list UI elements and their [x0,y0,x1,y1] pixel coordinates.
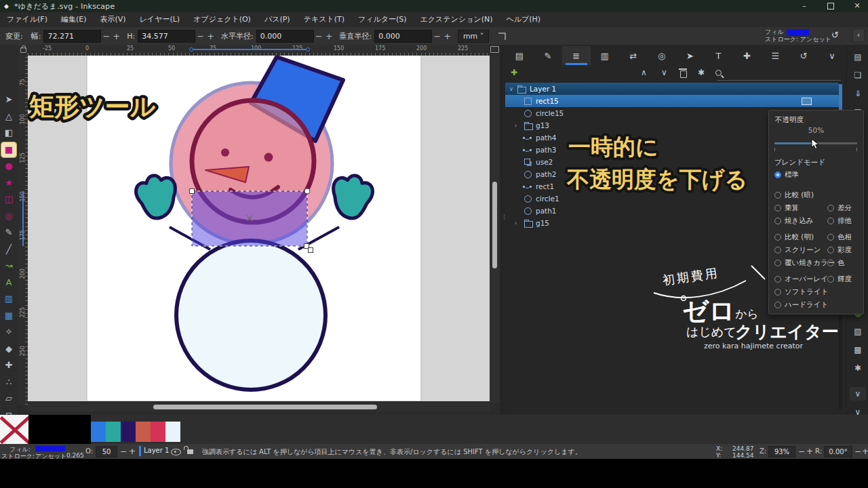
blend-hard-light[interactable]: ハードライト [774,300,828,310]
blend-color[interactable]: 色 [827,258,845,268]
tab-paint-servers[interactable]: ➤ [676,46,705,65]
ellipse-tool[interactable]: ● [1,159,16,174]
commands-more-button[interactable]: ∨ [850,387,866,401]
blend-multiply[interactable]: 乗算 [774,203,799,213]
palette-swatch-teal[interactable] [106,422,121,442]
horizontal-ruler[interactable]: -25 0 25 50 75 100 125 150 175 200 225 [28,45,490,56]
menu-file[interactable]: ファイル(F) [0,12,54,27]
no-color-swatch[interactable] [0,415,28,444]
blend-difference[interactable]: 差分 [827,203,852,213]
tab-export[interactable]: ✎ [534,46,562,65]
node-tool[interactable]: △ [1,109,16,124]
selector-tool[interactable]: ➤ [1,92,16,107]
zoom-minus-button[interactable]: − [798,447,805,456]
height-plus-button[interactable]: + [207,31,214,41]
spiral-tool[interactable]: ◎ [1,209,16,224]
add-layer-button[interactable]: ✚ [511,68,517,77]
blend-exclusion[interactable]: 排他 [827,216,852,226]
blend-darken[interactable]: 比較 (暗) [774,190,814,200]
reset-icon[interactable]: ↺ [831,30,839,40]
canvas-viewport[interactable]: 矩形ツール [28,56,490,401]
menu-text[interactable]: テキスト(T) [297,12,351,27]
text-tool[interactable]: A [1,275,16,290]
snowman-body[interactable] [176,241,326,390]
resize-handle-topleft[interactable] [190,189,195,194]
paint-bucket-tool[interactable]: ◆ [1,342,16,357]
ruler-corner[interactable] [18,45,28,56]
pencil-tool[interactable]: ✎ [1,225,16,240]
tab-layers-objects[interactable]: ≣ [562,46,591,65]
menu-view[interactable]: 表示(V) [94,12,133,27]
pen-tool[interactable]: ↝ [1,258,16,273]
tab-find[interactable]: ◎ [648,46,676,65]
close-button[interactable]: ✕ [844,0,868,12]
ry-minus-button[interactable]: − [433,31,441,41]
rx-plus-button[interactable]: + [326,31,333,41]
toolbar-fill-swatch[interactable] [787,29,809,36]
height-minus-button[interactable]: − [197,31,204,41]
rx-input[interactable]: 0.000 [256,30,314,43]
blend-soft-light[interactable]: ソフトライト [774,287,828,297]
corner-radius-handle[interactable] [304,188,310,194]
palette-swatch-navy[interactable] [121,422,136,442]
search-icon[interactable] [715,70,722,76]
cmd-new-icon[interactable]: ▤ [847,50,868,64]
lower-layer-button[interactable]: ∨ [661,68,667,77]
blend-luminosity[interactable]: 輝度 [827,274,852,284]
menu-help[interactable]: ヘルプ(H) [499,12,547,27]
horizontal-scrollbar-thumb[interactable] [153,405,377,409]
expander-icon[interactable]: › [515,120,517,132]
layer-row-rect15[interactable]: rect15 [505,95,839,107]
tab-document[interactable]: ▤ [505,46,534,65]
current-layer-label[interactable]: Layer 1 [144,447,169,454]
unit-dropdown[interactable]: mm ˅ [458,30,489,43]
width-plus-button[interactable]: + [113,31,120,41]
menu-edit[interactable]: 編集(E) [54,12,94,27]
eraser-tool[interactable]: ▱ [1,391,16,406]
gradient-tool[interactable]: ▥ [1,291,16,306]
blend-screen[interactable]: スクリーン [774,245,821,255]
zoom-input[interactable]: 93% [768,446,795,458]
blend-color-burn[interactable]: 焼き込み [774,216,814,226]
height-input[interactable]: 34.577 [138,30,195,43]
menu-filters[interactable]: フィルター(S) [351,12,414,27]
tab-history[interactable]: ↺ [789,46,818,65]
rotation-plus-button[interactable]: + [862,447,868,456]
shape-builder-tool[interactable]: ◧ [1,125,16,140]
rotation-input[interactable]: 0.00° [824,446,852,458]
width-minus-button[interactable]: − [102,31,110,41]
palette-swatch-blue[interactable] [91,422,106,442]
layer-row-layer1[interactable]: ∨ Layer 1 [505,83,839,95]
menu-object[interactable]: オブジェクト(O) [186,12,258,27]
blend-hue[interactable]: 色相 [827,232,852,242]
layer-visibility-icon[interactable] [171,449,181,455]
maximize-button[interactable] [818,0,844,12]
dropper-tool[interactable]: ✧ [1,325,16,340]
blend-saturation[interactable]: 彩度 [827,245,852,255]
layer-search-input[interactable] [717,80,841,81]
tab-align[interactable]: ☰ [761,46,789,65]
palette-swatch-salmon[interactable] [136,422,151,442]
cmd-preferences-icon[interactable]: ✱ [847,361,868,375]
blend-overlay[interactable]: オーバーレイ [774,274,828,284]
blend-lighten[interactable]: 比較 (明) [774,232,814,242]
box3d-tool[interactable]: ◫ [1,192,16,207]
tab-symbols[interactable]: ✚ [732,46,761,65]
quick-zoom-icon[interactable] [490,46,499,53]
horizontal-scrollbar[interactable] [28,403,490,411]
dock-splitter[interactable]: ⋮ [500,45,505,420]
collapse-toolbar-button[interactable]: ‹ [852,28,865,42]
vertical-ruler[interactable]: 75 100 125 150 175 200 225 250 [18,56,28,405]
calligraphy-tool[interactable]: ╱ [1,242,16,257]
expander-icon[interactable]: ∨ [509,83,513,96]
snowman-eye-left[interactable] [221,148,229,157]
palette-swatch-black[interactable] [60,415,91,444]
tweak-tool[interactable]: ✚ [1,358,16,373]
opacity-plus-button[interactable]: + [129,447,136,456]
tab-transform[interactable]: ⇄ [619,46,648,65]
opacity-input[interactable]: 50 [96,446,117,458]
menu-layer[interactable]: レイヤー(L) [133,12,187,27]
layer-lock-icon[interactable] [187,449,193,454]
resize-handle-extra[interactable] [309,248,313,253]
blend-normal[interactable]: 標準 [774,170,799,180]
